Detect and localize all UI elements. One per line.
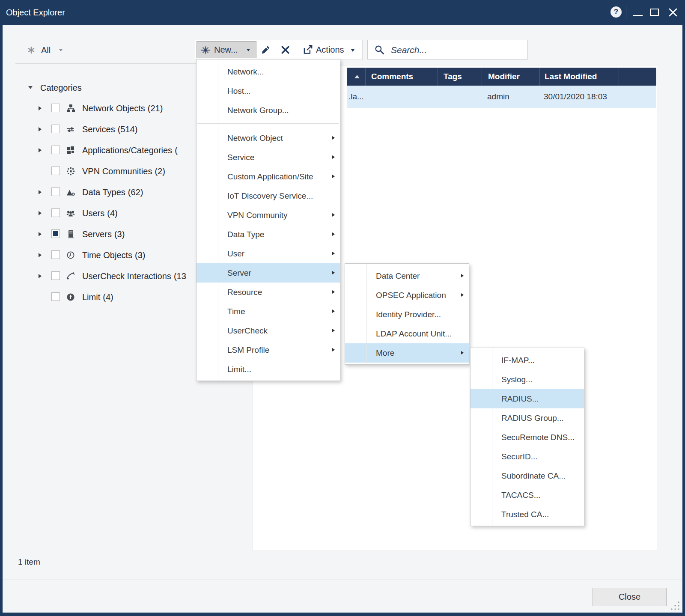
expand-arrow-icon[interactable]: [39, 274, 42, 278]
tree-item-label: Data Types: [82, 187, 125, 197]
actions-button[interactable]: Actions: [301, 40, 362, 60]
question-mark-icon: ?: [614, 8, 618, 16]
tree-item-label: Servers: [82, 229, 112, 239]
tree-item-count: (13: [174, 271, 186, 281]
table-row[interactable]: .la... admin 30/01/2020 18:03: [347, 86, 656, 108]
submenu-arrow-icon: [461, 351, 464, 354]
tree-item-count: (3): [135, 250, 145, 260]
column-divider[interactable]: [438, 68, 438, 86]
collapse-arrow-icon[interactable]: [28, 86, 33, 89]
tree-item-label: Applications/Categories: [82, 146, 172, 155]
servers-icon: [66, 229, 75, 239]
submenu-arrow-icon: [332, 329, 335, 332]
tree-root-label: Categories: [40, 78, 82, 97]
submenu-arrow-icon: [461, 274, 464, 277]
tree-item-label: Network Objects: [82, 104, 145, 113]
menu-item-securemote-dns[interactable]: SecuRemote DNS...: [471, 428, 584, 447]
export-actions-icon: [302, 44, 313, 55]
checkbox[interactable]: [51, 187, 60, 196]
checkbox[interactable]: [51, 250, 60, 259]
toolbar: New...: [195, 40, 363, 60]
checkbox[interactable]: [51, 292, 60, 301]
close-icon: [668, 7, 678, 18]
menu-gutter: [366, 264, 367, 364]
menu-item-radius-group[interactable]: RADIUS Group...: [471, 408, 584, 428]
column-header-modifier[interactable]: Modifier: [488, 68, 520, 86]
edit-button[interactable]: [260, 45, 271, 55]
column-divider[interactable]: [365, 68, 366, 86]
window-close-button[interactable]: [668, 7, 678, 18]
expand-arrow-icon[interactable]: [39, 106, 42, 110]
minimize-button[interactable]: [633, 15, 643, 16]
menu-item-identity-provider[interactable]: Identity Provider...: [345, 305, 469, 324]
column-divider[interactable]: [482, 68, 482, 86]
table-header: Comments Tags Modifier Last Modified: [347, 68, 656, 86]
new-button[interactable]: New...: [197, 41, 256, 58]
column-divider[interactable]: [619, 68, 619, 86]
menu-separator: [197, 123, 339, 124]
submenu-arrow-icon: [332, 271, 335, 274]
data-types-icon: [66, 187, 75, 197]
titlebar-separator: [626, 6, 626, 19]
expand-arrow-icon[interactable]: [39, 190, 42, 194]
users-icon: [66, 208, 75, 218]
filter-dropdown[interactable]: All: [26, 42, 73, 58]
expand-arrow-icon[interactable]: [39, 253, 42, 257]
tree-item-label: Limit: [82, 292, 100, 302]
search-input[interactable]: [390, 41, 520, 59]
menu-item-syslog[interactable]: Syslog...: [471, 370, 584, 389]
close-dialog-button[interactable]: Close: [593, 588, 667, 606]
help-button[interactable]: ?: [611, 6, 622, 18]
submenu-arrow-icon: [332, 136, 335, 140]
menu-item-data-center[interactable]: Data Center: [345, 266, 469, 286]
menu-gutter: [492, 348, 492, 526]
submenu-arrow-icon: [332, 232, 335, 236]
tree-item-label: Users: [82, 208, 104, 218]
menu-item-ldap-account-unit[interactable]: LDAP Account Unit...: [345, 324, 469, 343]
checkbox-partial[interactable]: [51, 229, 60, 238]
maximize-button[interactable]: [650, 9, 659, 16]
expand-arrow-icon[interactable]: [39, 148, 42, 152]
checkbox[interactable]: [51, 125, 60, 133]
search-box[interactable]: [367, 40, 528, 60]
menu-item-tacacs[interactable]: TACACS...: [471, 485, 584, 505]
menu-item-trusted-ca[interactable]: Trusted CA...: [471, 505, 584, 524]
services-icon: [66, 125, 75, 134]
applications-icon: [66, 146, 75, 155]
checkbox[interactable]: [51, 104, 60, 112]
column-divider[interactable]: [539, 68, 540, 86]
tree-item-count: (514): [118, 125, 138, 134]
resize-grip-icon[interactable]: [666, 598, 681, 611]
tree-item-count: (21): [148, 104, 163, 113]
asterisk-icon: [27, 46, 35, 54]
menu-item-opsec-application[interactable]: OPSEC Application: [345, 286, 469, 305]
checkbox[interactable]: [51, 271, 60, 280]
submenu-arrow-icon: [332, 213, 335, 217]
column-header-last-modified[interactable]: Last Modified: [545, 68, 597, 86]
window-title: Object Explorer: [6, 0, 65, 25]
checkbox[interactable]: [51, 146, 60, 154]
checkbox[interactable]: [51, 208, 60, 217]
column-header-comments[interactable]: Comments: [371, 68, 413, 86]
menu-item-radius[interactable]: RADIUS...: [471, 389, 584, 408]
chevron-down-icon: [247, 49, 250, 51]
delete-button[interactable]: [280, 45, 291, 55]
checkbox[interactable]: [51, 167, 60, 175]
more-submenu: IF-MAP... Syslog... RADIUS... RADIUS Gro…: [470, 348, 584, 526]
column-header-tags[interactable]: Tags: [444, 68, 462, 86]
titlebar: Object Explorer ?: [0, 0, 685, 25]
expand-arrow-icon[interactable]: [39, 232, 42, 236]
menu-item-if-map[interactable]: IF-MAP...: [471, 351, 584, 370]
chevron-down-icon: [351, 49, 354, 52]
menu-item-securid[interactable]: SecurID...: [471, 447, 584, 466]
expand-arrow-icon[interactable]: [39, 127, 42, 131]
menu-item-more[interactable]: More: [345, 343, 469, 363]
expand-arrow-icon[interactable]: [39, 211, 42, 215]
item-count-status: 1 item: [18, 556, 40, 568]
filter-label: All: [41, 42, 51, 58]
time-objects-icon: [66, 250, 75, 260]
tree-item-count: (2): [155, 167, 165, 176]
network-objects-icon: [66, 104, 75, 113]
sort-ascending-icon[interactable]: [354, 75, 360, 78]
menu-item-subordinate-ca[interactable]: Subordinate CA...: [471, 466, 584, 485]
